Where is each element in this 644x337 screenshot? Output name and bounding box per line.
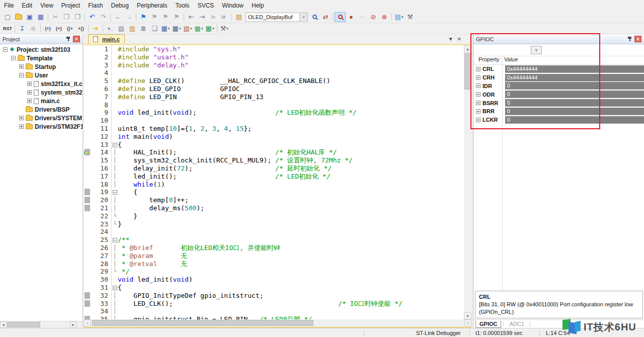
disassembly-window-button[interactable]: ▨ [116, 24, 127, 34]
open-file-button[interactable] [13, 12, 24, 22]
scroll-down-icon[interactable]: ▾ [464, 312, 471, 319]
code-line-33[interactable]: 33│ LED_CLK(); /* IO口时钟使能 */ [84, 300, 464, 308]
breakpoint-margin[interactable] [84, 220, 91, 228]
chevron-down-icon[interactable]: ▾ [201, 27, 203, 31]
register-row-idr[interactable]: +IDR0 [473, 82, 644, 91]
scroll-left-icon[interactable]: ◂ [0, 321, 7, 328]
fold-collapse-icon[interactable]: − [113, 143, 117, 147]
step-into-button[interactable]: (+) [42, 24, 53, 34]
breakpoint-margin[interactable] [84, 276, 91, 284]
registers-window-button[interactable]: ≣ [138, 24, 149, 34]
run-to-cursor-button[interactable]: +{} [75, 24, 87, 34]
breakpoint-margin[interactable] [84, 188, 91, 196]
paste-button[interactable]: ❒ [72, 12, 83, 22]
toolbox-button[interactable]: ⚒▾ [219, 24, 230, 34]
scroll-up-icon[interactable]: ▴ [464, 45, 471, 52]
code-line-8[interactable]: 8 [84, 101, 464, 109]
menu-window[interactable]: Window [218, 1, 248, 11]
menu-svcs[interactable]: SVCS [194, 1, 218, 11]
debug-session-button[interactable] [335, 12, 346, 22]
code-line-22[interactable]: 22└ } [84, 212, 464, 220]
register-expander-icon[interactable]: + [476, 118, 480, 122]
breakpoint-margin[interactable] [84, 196, 91, 204]
analysis-window-button[interactable]: ▩▾ [193, 24, 204, 34]
chevron-down-icon[interactable]: ▾ [227, 27, 229, 31]
code-line-16[interactable]: 16│ delay_init(72); /* 延时初始化 */ [84, 164, 464, 173]
breakpoint-margin[interactable] [84, 236, 91, 244]
tree-item-drivers-stm32f1xx-h[interactable]: +Drivers/STM32F1xx_H [0, 122, 83, 131]
step-out-button[interactable]: {}+ [64, 24, 75, 34]
fold-collapse-icon[interactable]: − [113, 286, 117, 290]
code-line-20[interactable]: 20│ temp[0]++; [84, 196, 464, 204]
tree-expander-icon[interactable]: + [19, 116, 24, 120]
new-file-button[interactable]: ▢ [2, 12, 13, 22]
breakpoint-margin[interactable] [84, 307, 91, 315]
tree-item-user[interactable]: −User [0, 71, 83, 79]
breakpoint-margin[interactable] [84, 292, 91, 300]
menu-debug[interactable]: Debug [107, 1, 133, 11]
breakpoint-margin[interactable] [84, 164, 91, 173]
symbol-combo-value[interactable]: OLED_DisplayBuf [246, 13, 300, 22]
tree-expander-icon[interactable]: − [11, 56, 16, 60]
cut-button[interactable]: ✂ [50, 12, 61, 22]
fold-margin[interactable]: − [111, 236, 118, 244]
fold-margin[interactable]: − [111, 141, 118, 149]
save-button[interactable]: ▣ [24, 12, 35, 22]
code-line-34[interactable]: 34│ [84, 307, 464, 315]
watch-window-button[interactable]: ▦▾ [160, 24, 171, 34]
code-area[interactable]: 1#include "sys.h"2#include "usart.h"3#in… [84, 45, 464, 319]
chevron-down-icon[interactable]: ∨ [300, 13, 308, 22]
breakpoint-margin[interactable] [84, 315, 91, 319]
code-line-23[interactable]: 23└} [84, 220, 464, 228]
chevron-down-icon[interactable]: ▾ [168, 27, 170, 31]
editor-horizontal-scrollbar[interactable]: ‹ › [84, 319, 471, 327]
kill-breakpoints-button[interactable]: ⊗ [379, 12, 390, 22]
code-line-2[interactable]: 2#include "usart.h" [84, 53, 464, 61]
code-line-1[interactable]: 1#include "sys.h" [84, 45, 464, 53]
code-line-26[interactable]: 26│ * @brief 初始化LED相关IO口, 并使能时钟 [84, 244, 464, 252]
code-line-9[interactable]: 9void led_init(void); /* LED初始化函数声明 */ [84, 109, 464, 117]
code-line-30[interactable]: 30void led_init(void) [84, 276, 464, 284]
code-line-5[interactable]: 5#define LED_CLK() __HAL_RCC_GPIOC_CLK_E… [84, 77, 464, 85]
register-expander-icon[interactable]: + [476, 109, 480, 114]
code-line-14[interactable]: ▶▶14│ HAL_Init(); /* 初始化HAL库 */ [84, 148, 464, 156]
breakpoint-margin[interactable] [84, 133, 91, 141]
scroll-right-icon[interactable]: ▸ [70, 321, 76, 328]
incremental-find-button[interactable]: ⇄ [320, 12, 331, 22]
tab-list-dropdown-icon[interactable]: ▼ [448, 36, 453, 42]
close-icon[interactable]: x [634, 36, 641, 42]
breakpoint-margin[interactable] [84, 268, 91, 276]
register-value[interactable]: 0x44444444 [505, 74, 644, 81]
chevron-down-icon[interactable]: ▾ [401, 15, 404, 19]
breakpoint-margin[interactable] [84, 141, 91, 149]
breakpoint-margin[interactable] [84, 244, 91, 252]
breakpoint-margin[interactable] [84, 45, 91, 53]
uncomment-button[interactable]: /≢ [219, 12, 230, 22]
register-value[interactable]: 0 [505, 91, 644, 98]
register-row-lckr[interactable]: +LCKR0 [473, 116, 644, 124]
breakpoint-margin[interactable] [84, 204, 91, 212]
breakpoint-margin[interactable] [84, 93, 91, 101]
breakpoint-margin[interactable] [84, 117, 91, 125]
next-bookmark-button[interactable]: ⚑ [160, 12, 171, 22]
close-icon[interactable]: x [73, 36, 80, 42]
step-over-button[interactable]: {+} [53, 24, 64, 34]
editor-vertical-scrollbar[interactable]: ▴ ▾ [464, 45, 471, 319]
project-window-button[interactable]: ▤▾ [393, 12, 405, 22]
tree-expander-icon[interactable]: + [27, 99, 32, 103]
system-viewer-button[interactable]: ▦▾ [204, 24, 215, 34]
chevron-down-icon[interactable]: ▾ [190, 27, 192, 31]
callstack-window-button[interactable]: ❏ [149, 24, 160, 34]
filter-dropdown[interactable]: ∨ [531, 46, 542, 54]
code-line-10[interactable]: 10 [84, 117, 464, 125]
memory-window-button[interactable]: ▦▾ [171, 24, 182, 34]
breakpoint-margin[interactable]: ▶▶ [84, 148, 91, 156]
tree-item-system-stm32f1x[interactable]: +system_stm32f1x [0, 88, 83, 97]
register-row-brr[interactable]: +BRR0 [473, 107, 644, 116]
navigate-forward-button[interactable]: → [123, 12, 134, 22]
command-window-button[interactable]: >_ [105, 24, 116, 34]
code-line-6[interactable]: 6#define LED_GPIO GPIOC [84, 85, 464, 93]
find-in-files-button[interactable] [309, 12, 320, 22]
tree-expander-icon[interactable]: + [27, 90, 32, 95]
tree-expander-icon[interactable]: + [19, 124, 24, 129]
